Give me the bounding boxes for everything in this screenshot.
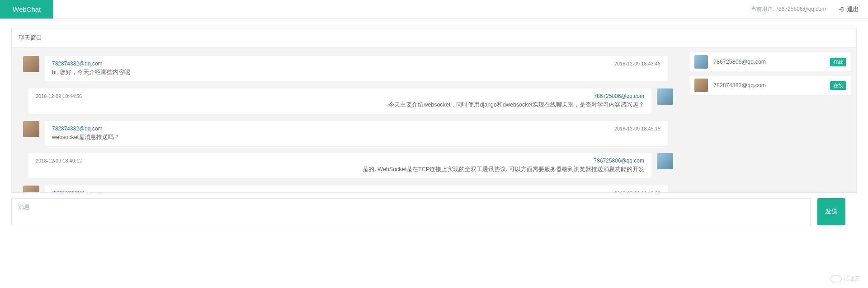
message-header: 786725806@qq.com2018-12-09 18:49:12	[36, 158, 644, 164]
chat-message: 786725806@qq.com2018-12-09 18:49:12是的. W…	[23, 153, 673, 178]
message-timestamp: 2018-12-09 18:44:56	[36, 93, 82, 99]
chat-message: 786725806@qq.com2018-12-09 18:44:56今天主要介…	[23, 88, 673, 114]
navbar: WebChat 当前用户: 786725806@qq.com 退出	[0, 0, 868, 19]
message-user-link[interactable]: 786725806@qq.com	[594, 93, 644, 99]
logout-button[interactable]: 退出	[834, 0, 868, 19]
logout-label: 退出	[847, 5, 859, 14]
message-input[interactable]	[11, 198, 811, 225]
avatar	[23, 186, 39, 192]
message-bubble: 786725806@qq.com2018-12-09 18:49:12是的. W…	[28, 153, 651, 178]
message-text: hi, 您好，今天介绍哪些内容呢	[52, 68, 660, 77]
message-text: 是的. WebSocket是在TCP连接上实现的全双工通讯协议. 可以方面需要服…	[36, 165, 644, 174]
status-badge: 在线	[830, 58, 846, 66]
navbar-brand[interactable]: WebChat	[0, 0, 53, 19]
message-timestamp: 2018-12-09 18:43:46	[614, 61, 660, 66]
message-timestamp: 2018-12-09 18:49:39	[614, 190, 660, 192]
message-header: 782874382@qq.com2018-12-09 18:45:15	[52, 125, 660, 132]
logout-icon	[839, 6, 844, 12]
user-name: 786725806@qq.com	[713, 59, 830, 65]
chat-panel: 聊天窗口 782874382@qq.com2018-12-09 18:43:46…	[11, 28, 857, 193]
avatar	[23, 121, 39, 137]
message-user-link[interactable]: 786725806@qq.com	[594, 158, 644, 164]
message-bubble: 782874382@qq.com2018-12-09 18:45:15webso…	[45, 121, 668, 146]
message-text: 今天主要介绍websocket，同时使用django和dwebsocket实现在…	[36, 101, 644, 109]
avatar	[694, 55, 708, 69]
user-list-item[interactable]: 782874382@qq.com在线	[690, 76, 851, 95]
chat-message: 782874382@qq.com2018-12-09 18:49:39非常感兴趣…	[23, 186, 673, 192]
current-user-label: 当前用户: 786725806@qq.com	[743, 0, 834, 19]
user-name: 782874382@qq.com	[713, 82, 830, 88]
avatar	[694, 79, 708, 92]
avatar	[657, 153, 673, 169]
panel-title: 聊天窗口	[12, 28, 856, 48]
message-bubble: 782874382@qq.com2018-12-09 18:43:46hi, 您…	[45, 56, 668, 81]
chat-scroll-area[interactable]: 782874382@qq.com2018-12-09 18:43:46hi, 您…	[12, 48, 684, 192]
avatar	[657, 88, 673, 105]
message-bubble: 786725806@qq.com2018-12-09 18:44:56今天主要介…	[28, 88, 651, 114]
message-user-link[interactable]: 782874382@qq.com	[52, 125, 103, 132]
avatar	[23, 56, 39, 72]
status-badge: 在线	[830, 81, 846, 90]
message-input-row: 发送	[11, 193, 857, 225]
send-button[interactable]: 发送	[817, 198, 845, 225]
message-timestamp: 2018-12-09 18:49:12	[36, 158, 82, 163]
message-text: websocket是消息推送吗？	[52, 133, 660, 142]
main-container: 聊天窗口 782874382@qq.com2018-12-09 18:43:46…	[0, 19, 868, 234]
panel-body: 782874382@qq.com2018-12-09 18:43:46hi, 您…	[12, 48, 856, 192]
chat-message: 782874382@qq.com2018-12-09 18:45:15webso…	[23, 121, 673, 146]
message-header: 786725806@qq.com2018-12-09 18:44:56	[36, 93, 644, 99]
online-user-list: 786725806@qq.com在线782874382@qq.com在线	[684, 48, 856, 192]
chat-message: 782874382@qq.com2018-12-09 18:43:46hi, 您…	[23, 56, 673, 81]
message-bubble: 782874382@qq.com2018-12-09 18:49:39非常感兴趣…	[45, 186, 668, 192]
navbar-spacer	[53, 0, 742, 19]
message-timestamp: 2018-12-09 18:45:15	[614, 126, 660, 131]
message-user-link[interactable]: 782874382@qq.com	[52, 60, 103, 67]
message-header: 782874382@qq.com2018-12-09 18:43:46	[52, 60, 660, 67]
user-list-item[interactable]: 786725806@qq.com在线	[690, 52, 851, 71]
message-header: 782874382@qq.com2018-12-09 18:49:39	[52, 190, 660, 192]
message-user-link[interactable]: 782874382@qq.com	[52, 190, 103, 192]
